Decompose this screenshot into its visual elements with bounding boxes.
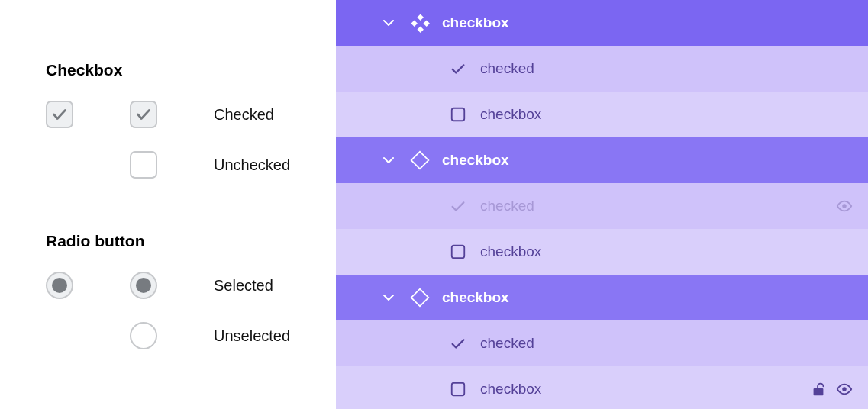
radio-selected-example-1[interactable] (46, 272, 73, 299)
selected-label: Selected (214, 277, 273, 295)
square-icon (447, 243, 469, 260)
checkmark-icon (51, 106, 68, 123)
svg-rect-7 (452, 246, 465, 259)
layer-child-checkbox-3[interactable]: checkbox (336, 366, 868, 409)
unchecked-label: Unchecked (214, 156, 290, 174)
layer-child-checkbox-2[interactable]: checkbox (336, 229, 868, 275)
svg-rect-4 (452, 108, 465, 121)
svg-rect-0 (417, 14, 423, 20)
layer-label: checked (480, 60, 534, 77)
checkbox-checked-example-1[interactable] (46, 101, 73, 128)
chevron-down-icon[interactable] (378, 156, 399, 164)
layer-label: checked (480, 198, 534, 214)
layer-label: checkbox (480, 243, 541, 260)
radio-selected-row: Selected (46, 272, 336, 299)
checkbox-section-heading: Checkbox (46, 61, 336, 79)
checkmark-icon (135, 106, 152, 123)
radio-unselected-example[interactable] (130, 322, 157, 349)
chevron-down-icon[interactable] (378, 19, 399, 27)
layer-label: checkbox (442, 289, 509, 306)
component-set-icon (408, 13, 431, 33)
layer-label: checkbox (442, 14, 509, 31)
svg-rect-5 (411, 152, 429, 169)
visibility-eye-icon[interactable] (836, 198, 853, 214)
layer-master-component-checkbox[interactable]: checkbox (336, 0, 868, 46)
checkbox-checked-row: Checked (46, 101, 336, 128)
checkmark-icon (447, 198, 469, 214)
svg-rect-8 (411, 289, 429, 307)
svg-rect-3 (423, 20, 429, 26)
checkbox-unchecked-example[interactable] (130, 151, 157, 179)
checked-label: Checked (214, 106, 274, 124)
square-icon (447, 106, 469, 123)
svg-rect-2 (411, 20, 417, 26)
layer-label: checkbox (480, 106, 541, 123)
checkmark-icon (447, 60, 469, 77)
component-instance-icon (408, 150, 431, 170)
radio-dot-icon (52, 278, 67, 293)
radio-dot-icon (136, 278, 151, 293)
checkmark-icon (447, 335, 469, 352)
layers-panel: checkbox checked checkbox checkbox check… (336, 0, 868, 409)
checkbox-unchecked-row: Unchecked (46, 151, 336, 179)
layer-child-checked-3[interactable]: checked (336, 320, 868, 366)
svg-rect-9 (452, 383, 465, 396)
layer-label: checkbox (442, 152, 509, 169)
svg-rect-10 (814, 388, 824, 395)
radio-unselected-row: Unselected (46, 322, 336, 349)
radio-selected-example-2[interactable] (130, 272, 157, 299)
layer-child-checkbox-1[interactable]: checkbox (336, 92, 868, 137)
component-instance-icon (408, 288, 431, 308)
square-icon (447, 381, 469, 398)
checkbox-checked-example-2[interactable] (130, 101, 157, 128)
layer-child-checked-2-hidden[interactable]: checked (336, 183, 868, 229)
svg-point-11 (842, 387, 847, 391)
layer-label: checkbox (480, 381, 541, 398)
design-canvas: Checkbox Checked Unchecked Radio button (0, 0, 336, 409)
layer-label: checked (480, 335, 534, 352)
layer-child-checked-1[interactable]: checked (336, 46, 868, 92)
layer-instance-checkbox-3[interactable]: checkbox (336, 275, 868, 320)
unselected-label: Unselected (214, 327, 290, 345)
visibility-eye-icon[interactable] (836, 381, 853, 398)
svg-point-6 (842, 204, 847, 208)
chevron-down-icon[interactable] (378, 294, 399, 301)
radio-section-heading: Radio button (46, 232, 336, 250)
layer-instance-checkbox-2[interactable]: checkbox (336, 137, 868, 183)
svg-rect-1 (417, 26, 423, 32)
unlock-icon[interactable] (810, 381, 827, 398)
